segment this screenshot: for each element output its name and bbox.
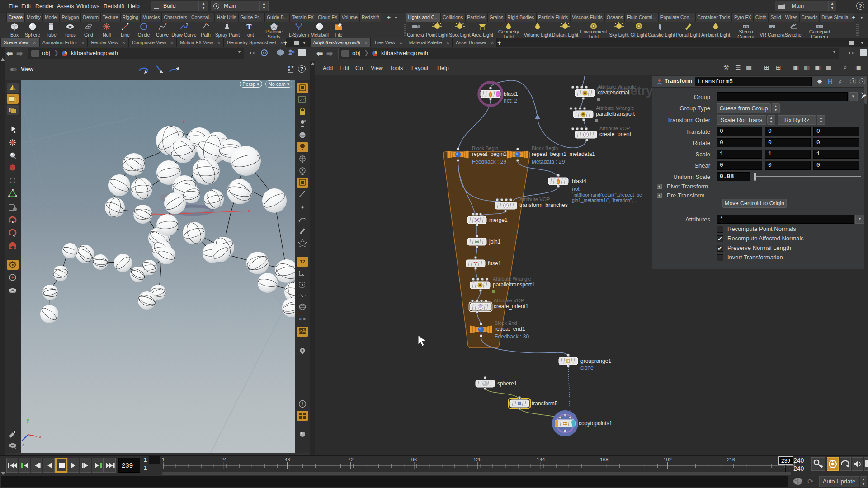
svg-text:fuse1: fuse1 [488, 260, 501, 267]
svg-text:Attribute Wrangle: Attribute Wrangle [596, 105, 634, 111]
svg-text:72: 72 [348, 457, 354, 462]
svg-text:48: 48 [284, 457, 290, 462]
svg-text:not: 2: not: 2 [504, 98, 517, 104]
svg-text:1: 1 [162, 457, 165, 462]
svg-text:Attribute VOP: Attribute VOP [494, 298, 524, 303]
svg-text:merge1: merge1 [489, 217, 508, 223]
svg-text:x: x [39, 434, 42, 439]
svg-text:grouprange1: grouprange1 [580, 358, 611, 364]
svg-text:Attribute Wrangle: Attribute Wrangle [493, 276, 531, 282]
svg-text:repeat_begin1_metadata1: repeat_begin1_metadata1 [532, 151, 595, 157]
svg-text:abc: abc [299, 316, 306, 321]
svg-text:z: z [22, 442, 24, 447]
svg-text:createnormal: createnormal [598, 89, 629, 96]
svg-text:Block Begin: Block Begin [472, 145, 498, 151]
svg-text:not:: not: [572, 186, 581, 192]
svg-text:24: 24 [221, 457, 226, 462]
svg-text:Feedback : 30: Feedback : 30 [495, 333, 529, 340]
svg-text:Block Begin: Block Begin [532, 145, 558, 151]
svg-text:paralleltransport: paralleltransport [596, 111, 635, 117]
svg-text:12: 12 [300, 259, 305, 264]
svg-text:Block End: Block End [495, 320, 517, 326]
svg-text:sphere1: sphere1 [497, 380, 517, 387]
svg-text:transform5: transform5 [532, 400, 558, 407]
svg-text:transform_branches: transform_branches [519, 202, 568, 208]
svg-text:paralleltransport1: paralleltransport1 [493, 282, 535, 288]
svg-text:create_orient: create_orient [599, 131, 632, 137]
svg-text:Feedback : 29: Feedback : 29 [472, 159, 506, 165]
svg-text:T: T [246, 23, 252, 31]
svg-text:Attribute VOP: Attribute VOP [599, 126, 630, 131]
svg-text:`int(floor(rand(detail("../rep: `int(floor(rand(detail("../repeat_be [572, 192, 642, 197]
svg-text:copytopoints1: copytopoints1 [579, 420, 612, 427]
svg-text:join1: join1 [489, 239, 501, 245]
svg-text:216: 216 [727, 457, 735, 462]
svg-text:y: y [27, 418, 29, 423]
svg-text:repeat_end1: repeat_end1 [495, 326, 525, 332]
svg-text:Metadata : 29: Metadata : 29 [532, 159, 565, 165]
svg-text:Attribute VOP: Attribute VOP [519, 197, 550, 202]
svg-text:create_orient1: create_orient1 [494, 303, 528, 310]
svg-text:y: y [183, 118, 185, 123]
svg-text:x: x [248, 208, 250, 213]
svg-text:168: 168 [600, 457, 608, 462]
svg-text:239: 239 [781, 458, 790, 464]
svg-text:blast1: blast1 [504, 91, 518, 97]
svg-text:i: i [302, 401, 303, 407]
svg-text:Attribute Wrangle: Attribute Wrangle [598, 84, 636, 89]
svg-text:blast4: blast4 [572, 178, 586, 184]
svg-text:120: 120 [473, 457, 481, 462]
svg-text:96: 96 [411, 457, 417, 462]
svg-text:144: 144 [537, 457, 545, 462]
svg-text:gin1_metadata1/", "iteration",: gin1_metadata1/", "iteration",... [572, 197, 637, 203]
svg-text:clone: clone [580, 365, 594, 371]
svg-text:192: 192 [663, 457, 671, 462]
svg-text:repeat_begin1: repeat_begin1 [472, 151, 507, 157]
